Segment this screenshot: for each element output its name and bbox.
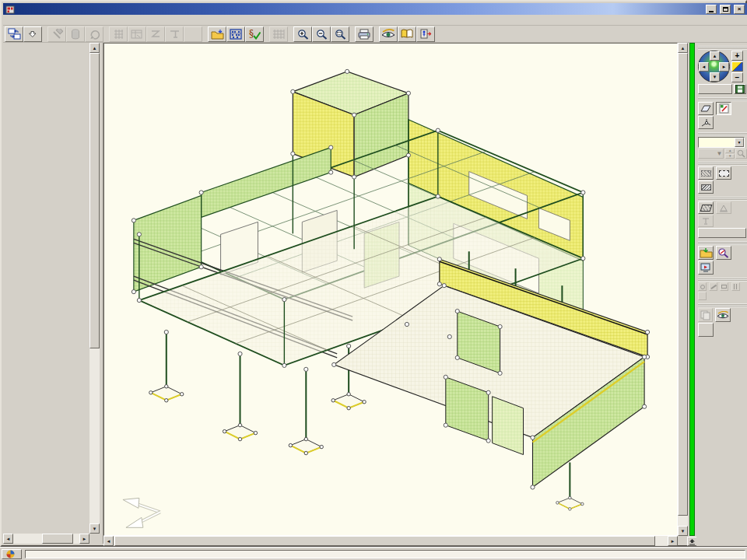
scroll-up-button[interactable]: ▲: [678, 43, 688, 53]
rotation-button[interactable]: [85, 26, 103, 42]
abwahl-punkt-button[interactable]: [698, 282, 707, 291]
neu-button[interactable]: [23, 26, 42, 42]
raster-button[interactable]: [109, 26, 128, 42]
neu-arrow-icon: [28, 29, 37, 38]
gruppen-header: [698, 197, 747, 201]
os-taskbar: [0, 547, 747, 560]
din-button[interactable]: [184, 26, 202, 42]
app-icon: [5, 5, 15, 14]
zoom-out-button[interactable]: [312, 26, 331, 42]
close-button[interactable]: ×: [734, 5, 745, 14]
folie-select[interactable]: ▼: [698, 137, 745, 148]
sonstiges-header: [698, 303, 747, 307]
folie-sub-select[interactable]: ▼: [698, 149, 724, 159]
scroll-down-button[interactable]: ▼: [89, 523, 100, 534]
abwahlen-header: [698, 278, 747, 282]
model-labels-layer: [104, 44, 677, 535]
flaeche-hatch-light-button[interactable]: [698, 166, 714, 180]
abwahl-linie-button[interactable]: [709, 282, 717, 291]
flaeche-hatch-dense-button[interactable]: [698, 180, 714, 194]
bearbeiten-button[interactable]: [698, 228, 746, 238]
gruppe-form-button[interactable]: [716, 201, 731, 214]
einlesen-button[interactable]: [5, 26, 23, 42]
drucken-button[interactable]: [355, 26, 374, 42]
flaechen-header: [698, 162, 747, 166]
ansicht-flug-button[interactable]: [379, 26, 398, 42]
tree-vertical-scrollbar[interactable]: ▲ ▼: [89, 43, 100, 534]
abwahl-stuetzen-button[interactable]: [731, 282, 740, 291]
profil-t-button[interactable]: [165, 26, 184, 42]
layer-tree-panel: ▲ ▼ ◄ ►: [3, 43, 100, 544]
taskbar-strip: [25, 550, 745, 558]
svg-text:§: §: [249, 29, 254, 40]
daten-ablegen-button[interactable]: [698, 246, 714, 260]
scroll-thumb[interactable]: [678, 53, 688, 516]
grid-button[interactable]: [269, 26, 288, 42]
selection-state-stripe: [689, 43, 695, 536]
chevron-down-icon[interactable]: ▼: [735, 138, 744, 147]
normen-check-button[interactable]: §: [245, 26, 264, 42]
handbuch-button[interactable]: [398, 26, 416, 42]
scroll-up-button[interactable]: ▲: [89, 43, 100, 53]
gruppe-profil-button[interactable]: [698, 215, 714, 227]
start-button[interactable]: [2, 549, 22, 559]
zoom-fit-button[interactable]: [731, 61, 743, 72]
ansicht-flug-button[interactable]: [715, 308, 731, 322]
abwahl-alle-button[interactable]: [698, 292, 707, 300]
scroll-left-button[interactable]: ◄: [3, 534, 13, 544]
spin-up-button[interactable]: ▲: [725, 149, 735, 153]
maximize-button[interactable]: [720, 5, 731, 14]
scroll-thumb[interactable]: [42, 534, 73, 544]
title-bar: ×: [3, 3, 747, 15]
minimize-button[interactable]: [706, 5, 717, 14]
zoom-out-button[interactable]: −: [731, 72, 743, 82]
scroll-thumb[interactable]: [114, 536, 655, 546]
model-3d-view[interactable]: [103, 43, 678, 536]
start-icon: [6, 550, 15, 558]
abwahl-flaeche-button[interactable]: [720, 282, 728, 291]
save-view-button[interactable]: [734, 84, 746, 94]
spin-down-button[interactable]: ▼: [725, 154, 735, 159]
zoom-fenster-button[interactable]: [331, 26, 349, 42]
beenden-button[interactable]: [416, 26, 435, 42]
rotate-right-button[interactable]: ►: [719, 62, 729, 72]
view-rotation-pad[interactable]: ▲ ▼ ◄ ►: [698, 51, 730, 82]
zoom-in-button[interactable]: +: [731, 51, 743, 61]
gruppe-flaeche-button[interactable]: [698, 201, 714, 214]
tree-horizontal-scrollbar[interactable]: ◄ ►: [3, 534, 89, 544]
berechnen-button[interactable]: [226, 26, 245, 42]
tabelle-button[interactable]: [128, 26, 146, 42]
ansicht-header: [698, 46, 747, 50]
canvas-vertical-scrollbar[interactable]: ▲ ▼: [678, 43, 688, 536]
oeffnen-button[interactable]: [208, 26, 226, 42]
rotate-up-button[interactable]: ▲: [710, 51, 720, 61]
ebene-axes-button[interactable]: [698, 116, 714, 129]
koerper-button[interactable]: [66, 26, 85, 42]
app-window: ×: [0, 0, 747, 547]
scroll-down-button[interactable]: ▼: [678, 526, 688, 536]
scroll-right-button[interactable]: ►: [668, 536, 678, 546]
datenzustand-header: [698, 241, 747, 245]
flaeche-outline-button[interactable]: [716, 166, 731, 180]
scroll-thumb[interactable]: [89, 53, 100, 348]
ebene-3d-button[interactable]: [698, 102, 714, 115]
toolbar: §: [3, 26, 747, 43]
menu-bar: [3, 15, 747, 26]
folie-header: [698, 132, 747, 136]
folie-search-button[interactable]: [735, 149, 747, 159]
kopieren-button[interactable]: [698, 308, 713, 322]
scroll-right-button[interactable]: ►: [79, 534, 89, 544]
ebene-edit-button[interactable]: [716, 102, 731, 115]
scroll-left-button[interactable]: ◄: [103, 536, 114, 546]
rotate-down-button[interactable]: ▼: [710, 72, 720, 82]
werkzeug-button[interactable]: [47, 26, 66, 42]
rotate-left-button[interactable]: ◄: [699, 62, 709, 72]
zoom-in-button[interactable]: [293, 26, 312, 42]
nummern-anzeigen-button[interactable]: [698, 323, 714, 337]
tool-panel: ▲ ▼ ◄ ► + −: [696, 43, 747, 546]
daten-uebernehmen-button[interactable]: [698, 261, 714, 275]
numeric-view-button[interactable]: [698, 84, 732, 94]
canvas-horizontal-scrollbar[interactable]: ◄ ►: [103, 536, 678, 546]
daten-pruefen-button[interactable]: [716, 246, 731, 260]
profil-z-button[interactable]: [146, 26, 165, 42]
